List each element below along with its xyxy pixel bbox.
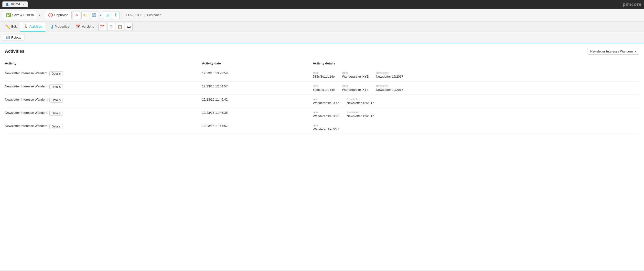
reload-label: Reload [11,36,21,39]
detail-value: Newsletter 12/2017 [376,88,403,92]
col-date: Activity date [202,60,313,68]
activities-table: Activity Activity date Activity details … [5,60,639,134]
detail-value: 585cf8d1dd14e [313,75,335,78]
details-button[interactable]: Details [49,111,63,116]
activity-name: Newsletter Interesse Wandern [5,124,48,128]
details-button[interactable]: Details [49,98,63,103]
detail-value: Newsletter 12/2017 [347,114,374,118]
close-tab-button[interactable]: × [23,2,25,6]
table-header-row: Activity Activity date Activity details [5,60,639,68]
detail-group: labelWanderartikel XYZ [313,124,339,131]
detail-value: Wanderartikel XYZ [313,101,339,105]
unpublish-label: Unpublish [54,13,68,17]
detail-group: code585cf8d1dd14e [313,84,335,92]
detail-group: NewsletterNewsletter 12/2017 [347,98,374,105]
label-icon-btn[interactable]: 🏷 [125,23,133,31]
filter-select[interactable]: Newsletter Interesse Wandern [588,48,639,55]
activity-cell: Newsletter Interesse WandernDetails [5,121,202,134]
reload-toolbar-icon: 🔄 [92,13,96,17]
section-title: Activities [5,49,24,54]
save-publish-button[interactable]: ✅ Save & Publish [3,11,37,19]
tab-bar: ✏️ Edit 🏃 Activities 📊 Properties 📅 Vers… [0,21,644,32]
detail-label: Newsletter [376,84,403,87]
detail-label: Newsletter [376,71,403,74]
detail-value: Wanderartikel XYZ [342,88,369,92]
customer-label: Customer [147,13,161,17]
id-separator: | [144,13,145,17]
detail-group: labelWanderartikel XYZ [342,84,369,92]
detail-group: labelWanderartikel XYZ [313,98,339,105]
detail-label: code [313,71,335,74]
col-activity: Activity [5,60,202,68]
toolbar-separator [122,11,122,19]
activity-name: Newsletter Interesse Wandern [5,98,48,101]
reload-toolbar-button[interactable]: 🔄 [90,11,98,19]
detail-value: Newsletter 12/2017 [376,75,403,78]
activity-details-cell: code585cf8d1dd14elabelWanderartikel XYZN… [313,68,639,81]
activity-details-cell: labelWanderartikel XYZ [313,121,639,134]
info-button[interactable]: ℹ [112,11,120,19]
cancel-button[interactable]: ✕ [72,11,80,19]
user-icon: 👤 [5,3,9,6]
edit-tab-label: Edit [11,25,16,28]
activity-details-cell: labelWanderartikel XYZNewsletterNewslett… [313,108,639,121]
brand-logo: pimcore [623,2,642,7]
action-bar: 🔄 Reload [0,32,644,43]
title-tab[interactable]: 👤 165751 × [2,1,28,7]
calendar-icon-btn[interactable]: 📅 [98,23,106,31]
detail-label: label [313,98,339,101]
details-button[interactable]: Details [49,84,63,89]
split-button[interactable]: ⊞ [103,11,111,19]
detail-group: NewsletterNewsletter 12/2017 [376,84,403,92]
detail-label: label [342,84,369,87]
activity-details-cell: labelWanderartikel XYZNewsletterNewslett… [313,95,639,108]
detail-group: NewsletterNewsletter 12/2017 [347,111,374,118]
activity-date-cell: 12/23/16 11:41:57 [202,121,313,134]
detail-value: Wanderartikel XYZ [313,114,339,118]
activity-date-cell: 12/23/16 12:04:57 [202,81,313,95]
detail-label: Newsletter [347,111,374,114]
tag-icon: 🏷 [83,13,87,17]
tab-edit[interactable]: ✏️ Edit [2,22,20,31]
activity-details-cell: code585cf8d1dd14elabelWanderartikel XYZN… [313,81,639,95]
tag-button[interactable]: 🏷 [81,11,89,19]
properties-tab-icon: 📊 [49,24,54,29]
activity-cell: Newsletter Interesse WandernDetails [5,68,202,81]
calendar-icon: 📅 [100,24,105,29]
detail-value: Newsletter 12/2017 [347,101,374,105]
activities-tab-icon: 🏃 [24,24,28,29]
unpublish-icon: 🚫 [48,13,53,17]
title-bar: 👤 165751 × pimcore [0,0,644,9]
tab-properties[interactable]: 📊 Properties [46,22,72,31]
activity-name: Newsletter Interesse Wandern [5,84,48,88]
detail-group: labelWanderartikel XYZ [313,111,339,118]
id-label: ID 6251889 [126,13,142,17]
details-button[interactable]: Details [49,71,63,76]
activity-cell: Newsletter Interesse WandernDetails [5,108,202,121]
detail-group: code585cf8d1dd14e [313,71,335,78]
activity-date-cell: 12/23/16 11:46:35 [202,108,313,121]
label-icon: 🏷 [127,25,131,29]
grid-icon: ⊞ [110,24,113,29]
tab-activities[interactable]: 🏃 Activities [20,22,45,31]
tab-versions[interactable]: 📅 Versions [72,22,98,31]
save-publish-dropdown[interactable]: ▾ [38,13,41,17]
reload-icon: 🔄 [6,36,10,39]
table-row: Newsletter Interesse WandernDetails12/23… [5,95,639,108]
edit-tab-icon: ✏️ [5,24,10,29]
detail-label: Newsletter [347,98,374,101]
save-publish-label: Save & Publish [12,13,34,17]
reload-dropdown[interactable]: ▾ [99,13,102,17]
detail-value: 585cf8d1dd14e [313,88,335,92]
reload-button[interactable]: 🔄 Reload [3,34,24,41]
properties-tab-label: Properties [55,25,69,28]
col-details: Activity details [313,60,639,68]
grid-icon-btn[interactable]: ⊞ [107,23,115,31]
activity-date-cell: 12/23/16 11:46:42 [202,95,313,108]
details-button[interactable]: Details [49,124,63,129]
clipboard-icon-btn[interactable]: 📋 [116,23,124,31]
unpublish-button[interactable]: 🚫 Unpublish [45,11,72,19]
detail-label: label [313,111,339,114]
detail-label: label [313,124,339,127]
versions-tab-icon: 📅 [76,24,80,29]
